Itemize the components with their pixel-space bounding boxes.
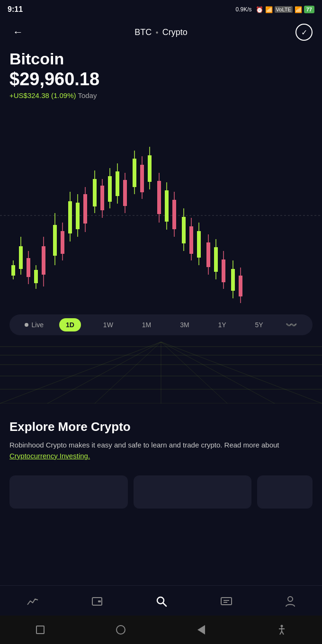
android-home-button[interactable] [115,624,126,635]
chart-type-icon[interactable]: 〰️ [286,319,297,331]
change-label: Today [78,91,97,99]
period-1m[interactable]: 1M [135,318,158,331]
svg-rect-33 [133,159,136,187]
back-icon [197,625,205,635]
svg-rect-13 [53,225,57,256]
time-selector: Live 1D 1W 1M 3M 1Y 5Y 〰️ [9,314,313,335]
battery-icon: 77 [304,6,314,13]
asset-header: Bitcoin $29,960.18 +US$324.38 (1.09%) To… [0,45,322,99]
network-speed: 0.9K/s [236,6,252,13]
svg-rect-39 [157,181,161,214]
nav-profile[interactable] [276,593,305,609]
candlestick-chart[interactable] [0,99,322,308]
period-1y[interactable]: 1Y [211,318,233,331]
status-icons: 0.9K/s ⏰ 📶 VoLTE 📶 77 [236,6,315,13]
wallet-icon [91,596,103,607]
bottom-nav [0,585,322,616]
back-arrow-icon: ← [13,26,23,38]
svg-rect-55 [222,259,225,282]
accessibility-icon [277,624,286,635]
check-button[interactable]: ✓ [295,24,313,41]
android-recent-button[interactable] [35,624,46,635]
svg-rect-35 [140,165,144,192]
svg-line-85 [280,631,282,635]
svg-rect-7 [27,258,30,277]
svg-rect-41 [165,190,169,222]
svg-rect-17 [68,201,72,233]
svg-rect-51 [206,242,210,267]
nav-messages[interactable] [211,594,242,608]
asset-change: +US$324.38 (1.09%) Today [9,91,313,99]
svg-rect-15 [61,231,64,254]
check-icon: ✓ [301,28,307,37]
svg-rect-5 [19,246,23,269]
change-value: +US$324.38 (1.09%) [9,91,76,99]
live-dot [25,323,28,327]
crypto-card-1[interactable] [9,475,128,509]
chart-svg [0,99,322,308]
svg-rect-59 [239,276,242,296]
period-5y[interactable]: 5Y [249,318,270,331]
messages-icon [220,596,233,607]
svg-point-82 [281,625,283,627]
svg-rect-11 [42,246,45,275]
title-separator: • [156,28,159,36]
recent-apps-icon [36,626,45,634]
period-1d[interactable]: 1D [59,318,81,331]
period-3m[interactable]: 3M [173,318,196,331]
svg-rect-45 [182,217,186,243]
explore-text: Robinhood Crypto makes it easy and safe … [9,440,313,461]
svg-line-77 [163,603,166,606]
explore-section: Explore More Crypto Robinhood Crypto mak… [0,405,322,471]
top-nav: ← BTC • Crypto ✓ [0,19,322,45]
asset-ticker: BTC [134,27,152,37]
status-bar: 9:11 0.9K/s ⏰ 📶 VoLTE 📶 77 [0,0,322,19]
svg-rect-43 [172,200,176,229]
explore-title: Explore More Crypto [9,420,313,434]
search-icon [155,595,168,608]
crypto-card-2[interactable] [134,475,252,509]
explore-text-content: Robinhood Crypto makes it easy and safe … [9,441,279,449]
asset-name: Bitcoin [9,50,313,68]
svg-point-81 [288,597,293,601]
nav-search[interactable] [146,593,177,609]
crypto-investing-link[interactable]: Cryptocurrency Investing. [9,452,90,460]
svg-rect-31 [123,180,127,206]
svg-rect-9 [34,270,38,283]
android-accessibility-button[interactable] [276,624,287,635]
svg-rect-57 [231,269,235,291]
alarm-icon: ⏰ [256,6,263,13]
home-icon [116,625,125,635]
portfolio-icon [27,596,39,607]
android-nav [0,616,322,644]
status-time: 9:11 [8,5,23,14]
period-1w[interactable]: 1W [97,318,120,331]
svg-rect-78 [221,598,232,605]
time-selector-wrapper: Live 1D 1W 1M 3M 1Y 5Y 〰️ [0,308,322,342]
svg-rect-49 [197,231,201,258]
nav-wallet[interactable] [82,594,112,608]
live-indicator: Live [25,321,44,329]
crypto-card-3[interactable] [257,475,313,509]
svg-line-86 [282,631,284,635]
svg-rect-23 [93,179,97,206]
live-label: Live [31,321,44,329]
svg-rect-47 [189,226,193,254]
svg-rect-3 [11,265,15,276]
asset-type: Crypto [162,27,188,37]
svg-rect-29 [116,171,119,196]
svg-rect-53 [214,247,218,272]
android-back-button[interactable] [196,624,207,635]
nav-title-group: BTC • Crypto [134,27,188,37]
svg-rect-27 [108,176,112,202]
signal-icon-2: 📶 [295,6,302,13]
svg-rect-19 [76,203,80,229]
cards-row [0,471,322,518]
svg-rect-37 [148,155,152,182]
back-button[interactable]: ← [9,24,27,41]
volte-icon: VoLTE [275,6,293,13]
nav-portfolio[interactable] [17,594,48,608]
grid-section [0,342,322,405]
asset-price: $29,960.18 [9,70,313,89]
profile-icon [285,595,295,608]
